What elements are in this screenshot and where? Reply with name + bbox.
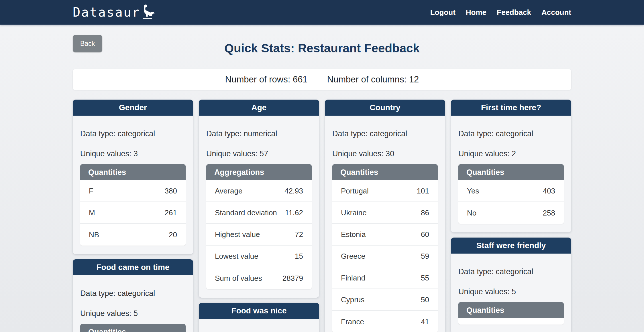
table-row: Finland55	[332, 267, 438, 289]
row-value: 42.93	[284, 187, 303, 195]
stats-card-grid: GenderData type: categoricalUnique value…	[73, 100, 571, 332]
table-row: F380	[80, 180, 186, 202]
row-label: Ukraine	[341, 208, 367, 217]
stat-card-food-was-nice: Food was nice	[199, 303, 319, 332]
table-row: Sum of values28379	[206, 267, 312, 289]
card-title: Gender	[73, 100, 193, 116]
data-type-field: Data type: categorical	[332, 129, 438, 139]
page: Back Quick Stats: Restaurant Feedback Nu…	[0, 25, 644, 332]
row-value: 20	[169, 230, 177, 239]
quantities-table: AggregationsAverage42.93Standard deviati…	[206, 164, 312, 289]
row-value: 72	[295, 230, 303, 239]
quantities-table: Quantities	[80, 324, 186, 332]
table-row: France41	[332, 311, 438, 332]
row-label: Finland	[341, 274, 365, 282]
card-body: Data type: numericalUnique values: 57Agg…	[199, 116, 319, 298]
row-label: F	[89, 187, 93, 195]
data-type-field: Data type: categorical	[458, 129, 564, 139]
card-column-3: CountryData type: categoricalUnique valu…	[325, 100, 445, 332]
card-body	[199, 319, 319, 332]
row-value: 258	[543, 209, 555, 218]
unique-values-field: Unique values: 2	[458, 149, 564, 159]
unique-values-field: Unique values: 3	[80, 149, 186, 159]
row-label: Greece	[341, 252, 365, 261]
unique-values-field: Unique values: 57	[206, 149, 312, 159]
brand-name: Datasaur	[73, 6, 140, 19]
row-value: 380	[165, 187, 177, 195]
table-rows	[458, 318, 564, 325]
card-title: Food came on time	[73, 259, 193, 275]
back-button[interactable]: Back	[73, 35, 102, 52]
nav-link-feedback[interactable]: Feedback	[497, 8, 531, 17]
quantities-table: QuantitiesYes403No258	[458, 164, 564, 224]
table-row: NB20	[80, 224, 186, 246]
card-title: Staff were friendly	[451, 238, 571, 254]
row-label: Lowest value	[215, 252, 258, 261]
page-title: Quick Stats: Restaurant Feedback	[73, 35, 571, 56]
card-title: Age	[199, 100, 319, 116]
table-header: Quantities	[458, 164, 564, 180]
column-count: Number of columns: 12	[327, 74, 419, 85]
nav-link-account[interactable]: Account	[541, 8, 571, 17]
row-label: Portugal	[341, 187, 369, 195]
table-rows: Yes403No258	[458, 180, 564, 224]
table-row: M261	[80, 202, 186, 224]
row-label: Average	[215, 187, 242, 195]
stat-card-age: AgeData type: numericalUnique values: 57…	[199, 100, 319, 298]
table-row: No258	[458, 202, 564, 224]
summary-bar: Number of rows: 661 Number of columns: 1…	[73, 69, 571, 90]
stat-card-country: CountryData type: categoricalUnique valu…	[325, 100, 445, 332]
row-value: 101	[417, 187, 429, 195]
table-header: Quantities	[80, 324, 186, 332]
row-count-label: Number of rows:	[225, 74, 290, 84]
row-label: No	[467, 209, 476, 218]
stat-card-gender: GenderData type: categoricalUnique value…	[73, 100, 193, 254]
table-rows: Portugal101Ukraine86Estonia60Greece59Fin…	[332, 180, 438, 332]
quantities-table: Quantities	[458, 302, 564, 325]
row-label: France	[341, 317, 364, 326]
card-title: Food was nice	[199, 303, 319, 319]
stat-card-staff-were-friendly: Staff were friendlyData type: categorica…	[451, 238, 571, 332]
row-value: 59	[421, 252, 429, 261]
nav-link-home[interactable]: Home	[466, 8, 486, 17]
card-column-2: AgeData type: numericalUnique values: 57…	[199, 100, 319, 332]
row-label: Highest value	[215, 230, 260, 239]
row-value: 41	[421, 317, 429, 326]
stat-card-first-time-here: First time here?Data type: categoricalUn…	[451, 100, 571, 232]
column-count-label: Number of columns:	[327, 74, 407, 84]
row-label: M	[89, 208, 95, 217]
table-header: Quantities	[80, 164, 186, 180]
table-row: Estonia60	[332, 224, 438, 246]
table-row: Ukraine86	[332, 202, 438, 224]
row-label: Cyprus	[341, 295, 364, 304]
table-row: Lowest value15	[206, 246, 312, 267]
top-nav-bar: Datasaur LogoutHomeFeedbackAccount	[0, 0, 644, 25]
table-row: Portugal101	[332, 180, 438, 202]
column-count-value: 12	[409, 74, 419, 84]
quantities-table: QuantitiesF380M261NB20	[80, 164, 186, 246]
card-body: Data type: categoricalUnique values: 5Qu…	[451, 254, 571, 332]
nav-links: LogoutHomeFeedbackAccount	[430, 8, 571, 17]
row-count: Number of rows: 661	[225, 74, 308, 85]
row-label: Standard deviation	[215, 208, 277, 217]
table-row: Standard deviation11.62	[206, 202, 312, 224]
card-body: Data type: categoricalUnique values: 3Qu…	[73, 116, 193, 254]
card-body: Data type: categoricalUnique values: 2Qu…	[451, 116, 571, 232]
row-value: 55	[421, 274, 429, 282]
card-title: First time here?	[451, 100, 571, 116]
table-row: Greece59	[332, 246, 438, 267]
table-rows: Average42.93Standard deviation11.62Highe…	[206, 180, 312, 289]
dinosaur-icon	[141, 3, 159, 20]
nav-link-logout[interactable]: Logout	[430, 8, 455, 17]
hero-row: Back Quick Stats: Restaurant Feedback	[73, 25, 571, 65]
row-value: 60	[421, 230, 429, 239]
table-row: Average42.93	[206, 180, 312, 202]
row-label: Yes	[467, 187, 479, 195]
brand-logo[interactable]: Datasaur	[73, 5, 159, 20]
row-value: 15	[295, 252, 303, 261]
row-value: 50	[421, 295, 429, 304]
table-header: Quantities	[332, 164, 438, 180]
data-type-field: Data type: numerical	[206, 129, 312, 139]
table-rows: F380M261NB20	[80, 180, 186, 246]
row-value: 11.62	[285, 208, 303, 217]
